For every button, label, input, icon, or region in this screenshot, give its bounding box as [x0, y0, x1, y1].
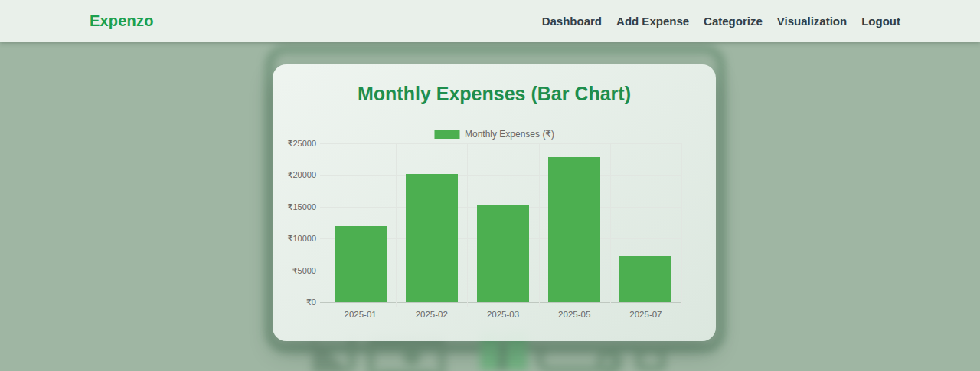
legend-label: Monthly Expenses (₹)	[465, 129, 554, 140]
chart-bar[interactable]	[406, 174, 458, 302]
nav-dashboard[interactable]: Dashboard	[542, 15, 602, 28]
y-tick-label: ₹10000	[287, 234, 316, 244]
bar-slot	[396, 143, 467, 302]
x-tick-label: 2025-03	[467, 310, 538, 319]
nav-logout[interactable]: Logout	[861, 15, 900, 28]
x-tick-label: 2025-05	[539, 310, 610, 319]
x-axis-tick-labels: 2025-01 2025-02 2025-03 2025-05 2025-07	[325, 310, 681, 319]
chart-bar[interactable]	[335, 226, 387, 302]
y-tick-label: ₹0	[306, 297, 316, 307]
bar-slot	[539, 143, 610, 302]
y-tick-label: ₹5000	[292, 265, 316, 275]
bar-chart-canvas[interactable]: ₹25000 ₹20000 ₹15000 ₹10000 ₹5000 ₹0 202…	[325, 143, 681, 302]
gridline-v	[681, 143, 682, 307]
nav-visualization[interactable]: Visualization	[777, 15, 847, 28]
brand-logo[interactable]: Expenzo	[90, 12, 154, 30]
content-area: Monthly Expenses (Bar Chart) Monthly Exp…	[0, 42, 980, 371]
bar-series	[325, 143, 681, 302]
x-tick-label: 2025-02	[396, 310, 467, 319]
main-nav: Dashboard Add Expense Categorize Visuali…	[542, 15, 900, 28]
y-tick-label: ₹25000	[287, 139, 316, 149]
chart-card: Monthly Expenses (Bar Chart) Monthly Exp…	[273, 64, 716, 341]
chart-bar[interactable]	[548, 157, 600, 302]
gridline-h	[320, 302, 681, 303]
x-tick-label: 2025-01	[325, 310, 396, 319]
top-navbar: Expenzo Dashboard Add Expense Categorize…	[0, 0, 980, 42]
bar-slot	[325, 143, 396, 302]
bar-slot	[467, 143, 538, 302]
y-tick-label: ₹15000	[287, 202, 316, 212]
chart-bar[interactable]	[477, 205, 529, 303]
legend-swatch	[434, 130, 459, 139]
x-tick-label: 2025-07	[610, 310, 681, 319]
chart-bar[interactable]	[619, 256, 671, 302]
chart-title: Monthly Expenses (Bar Chart)	[273, 83, 716, 105]
chart-legend[interactable]: Monthly Expenses (₹)	[434, 129, 554, 140]
nav-add-expense[interactable]: Add Expense	[616, 15, 689, 28]
bar-slot	[610, 143, 681, 302]
nav-categorize[interactable]: Categorize	[704, 15, 763, 28]
y-tick-label: ₹20000	[287, 170, 316, 180]
